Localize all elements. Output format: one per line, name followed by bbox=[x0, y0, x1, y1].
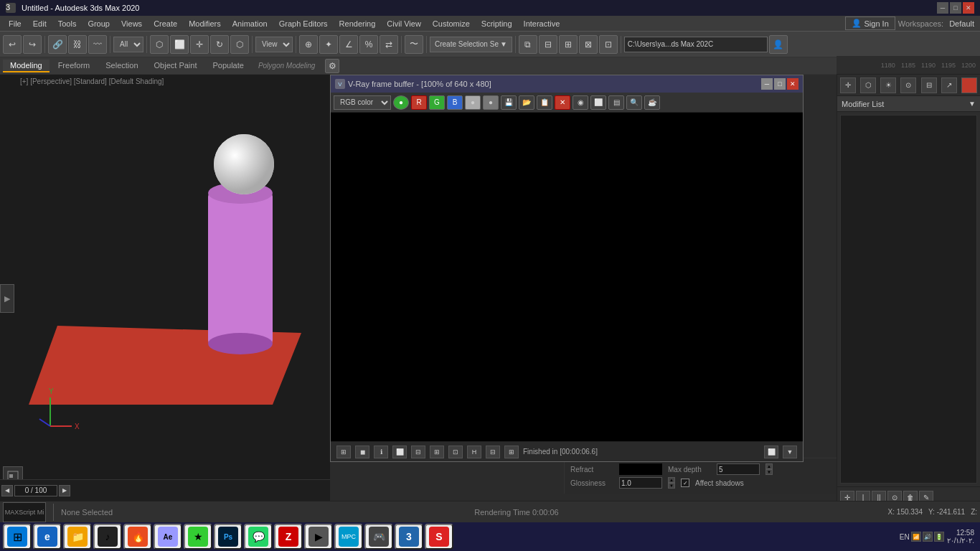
max-depth-up[interactable]: ▲ bbox=[765, 463, 773, 469]
select-object-button[interactable]: ⬡ bbox=[150, 35, 169, 54]
viewport-settings-button[interactable]: ⚙ bbox=[325, 59, 339, 73]
menu-animation[interactable]: Animation bbox=[227, 18, 273, 29]
toolbar-btn-2[interactable]: ⊟ bbox=[539, 35, 557, 54]
vray-B-button[interactable]: B bbox=[447, 95, 463, 110]
taskbar-ie[interactable]: e bbox=[33, 524, 62, 550]
max-depth-down[interactable]: ▼ bbox=[765, 469, 773, 475]
toolbar-btn-3[interactable]: ⊞ bbox=[559, 35, 578, 54]
vray-footer-btn-4[interactable]: ⬜ bbox=[392, 446, 407, 458]
taskbar-photoshop[interactable]: Ps bbox=[214, 524, 242, 550]
taskbar-3dsmax[interactable]: 3 bbox=[395, 524, 423, 550]
menu-file[interactable]: File bbox=[3, 18, 27, 29]
vray-open-btn[interactable]: 📂 bbox=[519, 95, 534, 110]
select-move-button[interactable]: ✛ bbox=[190, 35, 209, 54]
glossiness-up[interactable]: ▲ bbox=[668, 477, 675, 483]
rotate-button[interactable]: ↻ bbox=[210, 35, 229, 54]
volume-icon[interactable]: 🔊 bbox=[923, 532, 933, 542]
frame-counter-input[interactable] bbox=[14, 485, 57, 496]
vray-copy-btn[interactable]: 📋 bbox=[537, 95, 552, 110]
taskbar-zotero[interactable]: Z bbox=[274, 524, 303, 550]
maximize-button[interactable]: □ bbox=[950, 2, 961, 14]
tab-populate[interactable]: Populate bbox=[205, 60, 250, 72]
battery-icon[interactable]: 🔋 bbox=[934, 532, 944, 542]
lights-btn[interactable]: ☀ bbox=[880, 77, 896, 93]
tab-selection[interactable]: Selection bbox=[98, 60, 145, 72]
bind-button[interactable]: 〰 bbox=[88, 35, 107, 54]
vray-render-btn[interactable]: ◉ bbox=[573, 95, 588, 110]
network-icon[interactable]: 📶 bbox=[911, 532, 921, 542]
vray-footer-btn-5[interactable]: ⊟ bbox=[411, 446, 425, 458]
vray-region-btn[interactable]: ⬜ bbox=[590, 95, 606, 110]
affect-shadows-checkbox[interactable]: ✓ bbox=[681, 479, 689, 487]
vray-maximize-button[interactable]: □ bbox=[774, 78, 786, 90]
reference-button[interactable]: ⊕ bbox=[299, 35, 318, 54]
select-region-button[interactable]: ⬜ bbox=[170, 35, 189, 54]
menu-civil-view[interactable]: Civil View bbox=[381, 18, 426, 29]
vray-lens-btn[interactable]: 🔍 bbox=[626, 95, 642, 110]
vray-footer-btn-3[interactable]: ℹ bbox=[374, 446, 388, 458]
menu-views[interactable]: Views bbox=[116, 18, 148, 29]
snap-button[interactable]: ✦ bbox=[319, 35, 338, 54]
taskbar-app1[interactable]: ★ bbox=[184, 524, 212, 550]
vray-footer-btn-2[interactable]: ◼ bbox=[355, 446, 369, 458]
vray-white-btn[interactable]: ● bbox=[465, 95, 481, 110]
vray-expand-btn[interactable]: ⬜ bbox=[764, 446, 778, 458]
workspaces-dropdown[interactable]: Default bbox=[946, 19, 977, 28]
tab-modeling[interactable]: Modeling bbox=[3, 60, 50, 72]
refract-color-swatch[interactable] bbox=[619, 463, 662, 475]
spacewarps-btn[interactable]: ↗ bbox=[941, 77, 957, 93]
view-dropdown[interactable]: View bbox=[255, 37, 293, 52]
menu-create[interactable]: Create bbox=[148, 18, 183, 29]
color-mode-dropdown[interactable]: RGB color bbox=[334, 95, 391, 110]
create-geometry-btn[interactable]: ✛ bbox=[840, 77, 856, 93]
menu-scripting[interactable]: Scripting bbox=[476, 18, 518, 29]
prev-frame-btn[interactable]: ◀ bbox=[1, 485, 13, 496]
modifier-list-dropdown[interactable]: ▼ bbox=[969, 100, 976, 108]
taskbar-whatsapp[interactable]: 💬 bbox=[244, 524, 273, 550]
taskbar-media[interactable]: ♪ bbox=[93, 524, 122, 550]
vray-footer-btn-10[interactable]: ⊞ bbox=[504, 446, 519, 458]
redo-button[interactable]: ↪ bbox=[23, 35, 42, 54]
menu-modifiers[interactable]: Modifiers bbox=[183, 18, 227, 29]
vray-footer-btn-1[interactable]: ⊞ bbox=[336, 446, 351, 458]
percent-snap-button[interactable]: % bbox=[359, 35, 378, 54]
vray-footer-btn-6[interactable]: ⊞ bbox=[430, 446, 444, 458]
vray-R-button[interactable]: R bbox=[411, 95, 427, 110]
filter-dropdown[interactable]: All bbox=[113, 37, 143, 52]
spinner-snap-button[interactable]: ⇄ bbox=[380, 35, 398, 54]
tab-freeform[interactable]: Freeform bbox=[51, 60, 98, 72]
vray-grey-btn[interactable]: ● bbox=[483, 95, 499, 110]
cameras-btn[interactable]: ⊙ bbox=[900, 77, 916, 93]
toolbar-btn-4[interactable]: ⊠ bbox=[579, 35, 598, 54]
start-button[interactable]: ⊞ bbox=[3, 524, 32, 550]
close-button[interactable]: ✕ bbox=[963, 2, 974, 14]
menu-customize[interactable]: Customize bbox=[427, 18, 476, 29]
create-selection-set-button[interactable]: Create Selection Se ▼ bbox=[430, 37, 512, 52]
user-account-button[interactable]: 👤 bbox=[769, 35, 788, 54]
taskbar-explorer[interactable]: 📁 bbox=[63, 524, 92, 550]
curves-button[interactable]: 〜 bbox=[405, 35, 423, 54]
scale-button[interactable]: ⬡ bbox=[230, 35, 249, 54]
vray-color-button[interactable]: ● bbox=[393, 95, 409, 110]
vray-close-button[interactable]: ✕ bbox=[787, 78, 798, 90]
taskbar-cs[interactable]: 🎮 bbox=[364, 524, 393, 550]
vray-footer-btn-7[interactable]: ⊡ bbox=[448, 446, 463, 458]
vray-save-btn[interactable]: 💾 bbox=[501, 95, 517, 110]
menu-interactive[interactable]: Interactive bbox=[518, 18, 566, 29]
unlink-button[interactable]: ⛓ bbox=[68, 35, 87, 54]
vray-clear-btn[interactable]: ✕ bbox=[555, 95, 570, 110]
taskbar-media2[interactable]: ▶ bbox=[304, 524, 333, 550]
sign-in-button[interactable]: 👤 Sign In bbox=[845, 17, 895, 30]
vray-G-button[interactable]: G bbox=[429, 95, 445, 110]
maxscript-mini-editor[interactable]: MAXScript Mi bbox=[3, 502, 46, 522]
menu-rendering[interactable]: Rendering bbox=[334, 18, 382, 29]
vray-minimize-button[interactable]: ─ bbox=[761, 78, 773, 90]
taskbar-mpcev[interactable]: MPC bbox=[334, 524, 363, 550]
glossiness-down[interactable]: ▼ bbox=[668, 483, 675, 489]
next-frame-btn[interactable]: ▶ bbox=[59, 485, 70, 496]
color-picker[interactable] bbox=[961, 77, 977, 93]
vray-tea-btn[interactable]: ☕ bbox=[644, 95, 660, 110]
shape-btn[interactable]: ⬡ bbox=[860, 77, 876, 93]
toolbar-btn-1[interactable]: ⧉ bbox=[519, 35, 537, 54]
link-button[interactable]: 🔗 bbox=[48, 35, 67, 54]
